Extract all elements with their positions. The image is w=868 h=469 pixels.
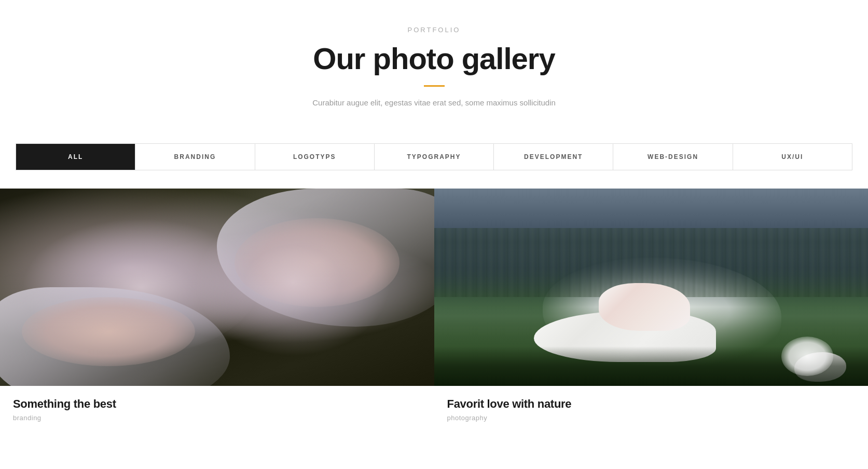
page-title: Our photo gallery bbox=[10, 41, 858, 76]
gallery-item-category-2: photography bbox=[447, 414, 856, 422]
photo-detail bbox=[217, 189, 434, 327]
header-section: PORTFOLIO Our photo gallery Curabitur au… bbox=[0, 0, 868, 123]
tab-ux-ui[interactable]: UX/UI bbox=[733, 144, 852, 170]
gallery-item-1[interactable]: Something the best branding bbox=[0, 189, 434, 435]
gallery-item-2[interactable]: Favorit love with nature photography bbox=[434, 189, 869, 435]
tab-development[interactable]: DEVELOPMENT bbox=[494, 144, 613, 170]
photo-detail bbox=[235, 218, 399, 307]
tab-typography[interactable]: TYPOGRAPHY bbox=[375, 144, 494, 170]
photo-detail bbox=[22, 297, 196, 366]
tab-all[interactable]: ALL bbox=[16, 144, 135, 170]
photo-detail bbox=[599, 283, 690, 330]
tab-logotyps[interactable]: LOGOTYPS bbox=[255, 144, 375, 170]
photo-detail bbox=[434, 346, 869, 386]
gallery-image-1 bbox=[0, 189, 434, 386]
gallery-caption-2: Favorit love with nature photography bbox=[434, 386, 869, 435]
gallery-item-title-2: Favorit love with nature bbox=[447, 397, 856, 411]
gallery-item-title-1: Something the best bbox=[13, 397, 421, 411]
tab-branding[interactable]: BRANDING bbox=[135, 144, 255, 170]
tab-web-design[interactable]: WEB-DESIGN bbox=[613, 144, 733, 170]
gallery-grid: Something the best branding Favorit love… bbox=[0, 189, 868, 435]
gallery-image-2 bbox=[434, 189, 869, 386]
gallery-item-category-1: branding bbox=[13, 414, 421, 422]
filter-tabs: ALL BRANDING LOGOTYPS TYPOGRAPHY DEVELOP… bbox=[16, 143, 852, 170]
subtitle-text: Curabitur augue elit, egestas vitae erat… bbox=[10, 98, 858, 107]
page-wrapper: PORTFOLIO Our photo gallery Curabitur au… bbox=[0, 0, 868, 435]
accent-divider bbox=[424, 85, 445, 87]
portfolio-label: PORTFOLIO bbox=[10, 26, 858, 34]
gallery-caption-1: Something the best branding bbox=[0, 386, 434, 435]
